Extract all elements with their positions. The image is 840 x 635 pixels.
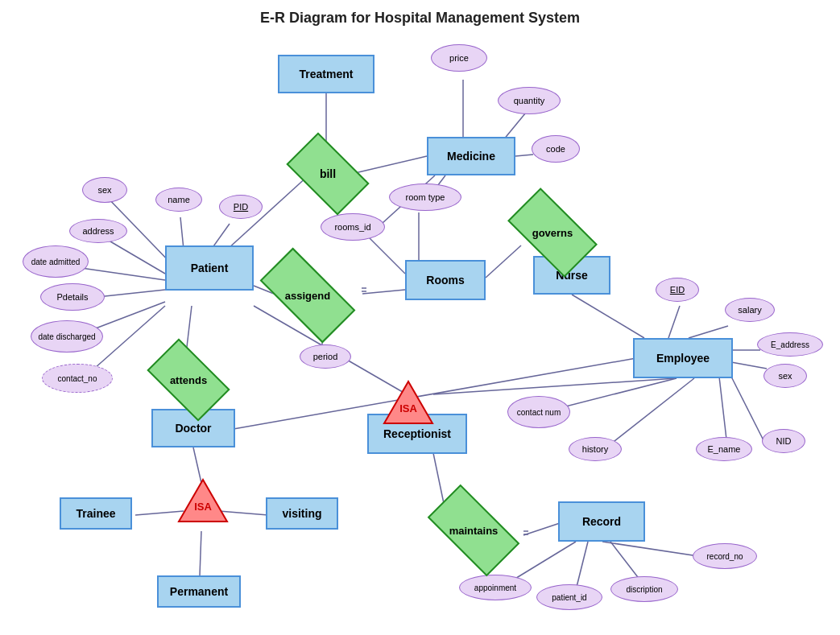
attr-room-type: room type: [389, 183, 461, 211]
connection-lines: [0, 0, 840, 635]
entity-employee: Employee: [633, 338, 733, 378]
rel-assigend: assigend: [263, 272, 352, 319]
attr-contact-no: contact_no: [42, 364, 113, 393]
attr-sex: sex: [82, 177, 127, 203]
attr-eid: EID: [656, 278, 699, 302]
attr-e-address: E_address: [757, 332, 823, 357]
attr-quantity: quantity: [498, 87, 561, 114]
svg-line-19: [362, 290, 405, 294]
attr-pdetails: Pdetails: [40, 283, 105, 311]
attr-period: period: [300, 344, 351, 369]
attr-date-discharged: date discharged: [31, 320, 103, 353]
attr-name: name: [155, 188, 202, 212]
svg-line-5: [515, 155, 533, 156]
svg-line-22: [572, 295, 644, 338]
entity-visiting: visiting: [266, 497, 338, 530]
attr-code: code: [532, 135, 580, 163]
attr-nid: NID: [762, 429, 805, 453]
attr-e-name: E_name: [696, 437, 752, 461]
rel-governs: governs: [512, 209, 593, 256]
attr-pid: PID: [219, 195, 263, 219]
diagram-container: E-R Diagram for Hospital Management Syst…: [0, 0, 840, 635]
attr-discription: discription: [610, 576, 678, 602]
entity-permanent: Permanent: [157, 575, 241, 608]
attr-price: price: [431, 44, 487, 72]
svg-line-24: [689, 326, 728, 338]
attr-date-admitted: date admitted: [23, 245, 89, 278]
svg-line-40: [523, 523, 560, 535]
attr-address: address: [69, 219, 127, 243]
attr-history: history: [569, 437, 622, 461]
entity-treatment: Treatment: [278, 55, 374, 93]
isa-employee: ISA: [381, 378, 436, 427]
rel-bill: bill: [292, 151, 364, 196]
rel-maintains: maintains: [432, 507, 515, 554]
entity-record: Record: [558, 501, 645, 542]
entity-patient: Patient: [165, 245, 254, 291]
attr-sex2: sex: [763, 364, 807, 388]
svg-line-37: [433, 378, 677, 394]
entity-rooms: Rooms: [405, 260, 486, 300]
isa-doctor: ISA: [176, 476, 230, 525]
attr-appoinment: appoinment: [459, 575, 532, 600]
svg-text:ISA: ISA: [194, 501, 212, 513]
rel-attends: attends: [152, 357, 225, 402]
attr-contact-num: contact num: [507, 396, 570, 428]
attr-rooms-id: rooms_id: [321, 213, 385, 241]
attr-record-no: record_no: [693, 543, 757, 569]
entity-medicine: Medicine: [427, 137, 515, 175]
diagram-title: E-R Diagram for Hospital Management Syst…: [260, 10, 580, 27]
svg-line-23: [668, 306, 680, 338]
attr-patient-id: patient_id: [536, 584, 602, 610]
svg-line-27: [731, 377, 767, 447]
attr-salary: salary: [725, 298, 775, 322]
svg-line-26: [731, 362, 767, 369]
svg-line-36: [200, 531, 201, 575]
entity-trainee: Trainee: [60, 497, 132, 530]
svg-text:ISA: ISA: [399, 402, 417, 414]
